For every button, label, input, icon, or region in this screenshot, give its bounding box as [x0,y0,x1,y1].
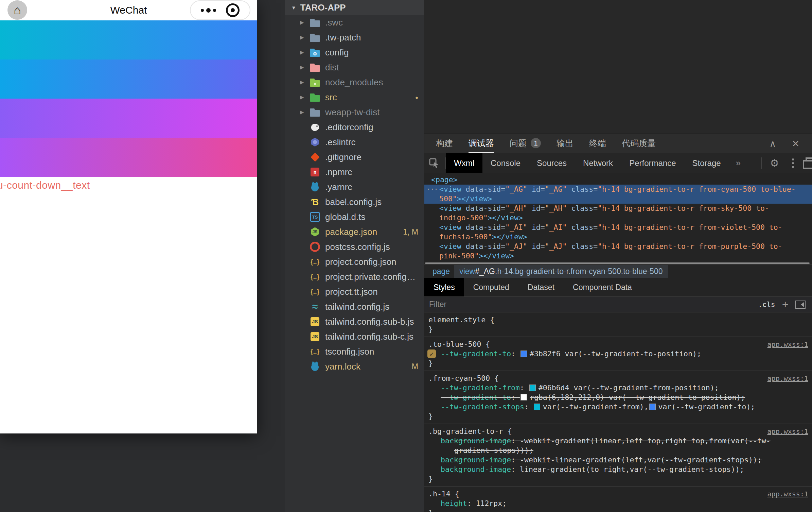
css-declaration[interactable]: background-image: linear-gradient(to rig… [424,465,812,474]
wxml-node[interactable]: <view data-sid="_AJ" id="_AJ" class="h-1… [424,242,812,251]
file-icon [310,93,320,102]
settings-gear-icon[interactable]: ⚙ [766,157,783,169]
color-swatch[interactable] [529,385,536,391]
devtools-tab-wxml[interactable]: Wxml [446,153,482,173]
inspect-element-button[interactable] [424,153,445,173]
css-declaration[interactable]: background-image: -webkit-gradient(linea… [424,436,812,446]
rule-selector: .bg-gradient-to-r { [424,427,812,436]
tree-item-label: .eslintrc [325,137,424,148]
new-style-rule-button[interactable]: + [775,299,795,310]
devtools-tab-sources[interactable]: Sources [529,153,575,173]
styles-tab-styles[interactable]: Styles [424,278,464,296]
debugger-tab-问题[interactable]: 问题1 [510,134,541,153]
filter-input[interactable]: Filter [429,300,446,309]
tree-item-label: global.d.ts [325,212,424,222]
tree-file-yarn-lock[interactable]: yarn.lockM [285,359,424,374]
node-actions-icon[interactable]: ··· [426,185,438,194]
horizontal-scrollbar[interactable] [424,262,812,264]
tree-folder-weapp-tw-dist[interactable]: ▶weapp-tw-dist [285,105,424,120]
rule-selector: element.style { [424,315,812,325]
tree-folder-dist[interactable]: ▶dist [285,60,424,75]
tree-file-tailwind-config-sub-b-js[interactable]: JStailwind.config.sub-b.js [285,314,424,329]
wxml-node[interactable]: <view data-sid="_AI" id="_AI" class="h-1… [424,223,812,232]
tree-file--npmrc[interactable]: n.npmrc [285,165,424,180]
style-rule--bg-gradient-to-r: app.wxss:1.bg-gradient-to-r {background-… [424,424,812,487]
breadcrumb-page[interactable]: page [428,267,454,276]
styles-tab-dataset[interactable]: Dataset [518,278,564,296]
tree-folder-config[interactable]: ▶⚙config [285,45,424,60]
exit-record-icon[interactable] [226,3,240,17]
tree-file--gitignore[interactable]: .gitignore [285,150,424,165]
color-swatch[interactable] [649,404,656,410]
tree-file-postcss-config-js[interactable]: postcss.config.js [285,239,424,254]
css-declaration[interactable]: --tw-gradient-stops: var(--tw-gradient-f… [424,402,812,412]
debugger-tab-调试器[interactable]: 调试器 [469,134,494,153]
tree-file-tailwind-config-js[interactable]: ≈tailwind.config.js [285,299,424,314]
css-declaration[interactable]: background-image: -webkit-linear-gradien… [424,455,812,465]
wxml-node[interactable]: <view data-sid="_AH" id="_AH" class="h-1… [424,204,812,213]
tree-file--yarnrc[interactable]: .yarnrc [285,180,424,194]
debugger-tab-代码质量[interactable]: 代码质量 [622,134,656,153]
kebab-menu-icon[interactable] [787,158,799,168]
devtools-tab-console[interactable]: Console [482,153,529,173]
tree-folder-src[interactable]: ▶src● [285,90,424,105]
devtools-tab-network[interactable]: Network [575,153,621,173]
tree-folder--tw-patch[interactable]: ▶.tw-patch [285,30,424,45]
styles-tab-component-data[interactable]: Component Data [564,278,641,296]
dock-layout-icon[interactable] [803,157,812,169]
tree-file--eslintrc[interactable]: .eslintrc [285,135,424,150]
more-tabs-button[interactable]: » [729,153,747,173]
tree-file-tailwind-config-sub-c-js[interactable]: JStailwind.config.sub-c.js [285,329,424,344]
explorer-root-row[interactable]: ▼ TARO-APP [285,0,424,15]
more-icon[interactable] [201,8,216,13]
scrollbar-thumb[interactable] [425,262,810,264]
debugger-tab-终端[interactable]: 终端 [589,134,606,153]
divider [761,157,762,169]
tree-file-project-private-config-[interactable]: {..}project.private.config… [285,269,424,284]
css-declaration[interactable]: height: 112rpx; [424,499,812,508]
wxml-node-selected[interactable]: ···<view data-sid="_AG" id="_AG" class="… [424,185,812,194]
css-declaration[interactable]: --tw-gradient-to: rgba(6,182,212,0) var(… [424,393,812,402]
collapse-panel-icon[interactable]: ∧ [770,138,776,149]
styles-pane: element.style {}app.wxss:1.to-blue-500 {… [424,312,812,512]
stylesheet-link[interactable]: app.wxss:1 [767,489,808,499]
css-declaration[interactable]: --tw-gradient-from: #06b6d4 var(--tw-gra… [424,383,812,393]
tree-file-project-config-json[interactable]: {..}project.config.json [285,254,424,269]
tree-file-project-tt-json[interactable]: {..}project.tt.json [285,284,424,299]
close-panel-icon[interactable]: ✕ [792,138,799,149]
stylesheet-link[interactable]: app.wxss:1 [767,374,808,383]
tree-file-babel-config-js[interactable]: Ɓbabel.config.js [285,194,424,209]
css-declaration[interactable]: ✓--tw-gradient-to: #3b82f6 var(--tw-grad… [424,349,812,359]
tree-file--editorconfig[interactable]: .editorconfig [285,120,424,135]
tree-file-package-json[interactable]: JSpackage.json1, M [285,224,424,239]
sidebar-toggle-icon[interactable] [795,301,806,309]
tree-folder--swc[interactable]: ▶.swc [285,15,424,30]
color-swatch[interactable] [520,394,527,400]
stylesheet-link[interactable]: app.wxss:1 [767,340,808,349]
wxml-node[interactable]: <page> [424,175,812,185]
breadcrumb-selected-node[interactable]: view#_AG.h-14.bg-gradient-to-r.from-cyan… [454,265,668,278]
capsule-menu[interactable] [190,0,250,20]
color-swatch[interactable] [520,351,527,357]
file-icon: Ɓ [310,198,320,207]
wxml-node[interactable]: pink-500"></view> [424,251,812,261]
tree-item-label: dist [325,62,424,73]
devtools-tab-storage[interactable]: Storage [684,153,729,173]
wxml-node[interactable]: indigo-500"></view> [424,213,812,223]
debugger-tab-构建[interactable]: 构建 [436,134,453,153]
declaration-checkbox[interactable]: ✓ [427,349,436,358]
tree-file-tsconfig-json[interactable]: {..}tsconfig.json [285,344,424,359]
wxml-node[interactable]: fuchsia-500"></view> [424,232,812,242]
tree-file-global-d-ts[interactable]: TSglobal.d.ts [285,209,424,224]
color-swatch[interactable] [534,404,540,410]
miniprogram-titlebar: ⌂ WeChat [0,0,257,20]
debugger-tab-输出[interactable]: 输出 [557,134,573,153]
gradient-bars [0,20,257,177]
styles-tab-computed[interactable]: Computed [464,278,518,296]
stylesheet-link[interactable]: app.wxss:1 [767,427,808,436]
devtools-tab-performance[interactable]: Performance [621,153,684,173]
tree-folder-node-modules[interactable]: ▶●node_modules [285,75,424,90]
file-icon: n [310,168,320,177]
wxml-node-selected[interactable]: 500"></view> [424,194,812,204]
cls-toggle-button[interactable]: .cls [758,301,775,309]
